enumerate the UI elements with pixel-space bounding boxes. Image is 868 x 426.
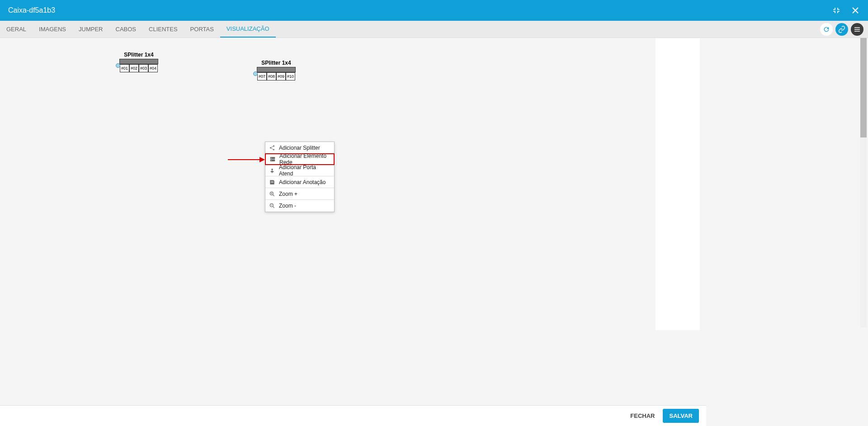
menu-label: Zoom - bbox=[279, 203, 296, 209]
splitter-ports: #07 #08 #09 #10 bbox=[257, 72, 295, 80]
svg-rect-3 bbox=[270, 157, 275, 159]
splitter-port[interactable]: #02 bbox=[129, 64, 139, 72]
splitter-port[interactable]: #03 bbox=[139, 64, 148, 72]
svg-rect-9 bbox=[271, 182, 274, 183]
svg-point-6 bbox=[271, 160, 271, 161]
tab-visualizacao[interactable]: VISUALIZAÇÃO bbox=[220, 21, 276, 38]
splitter-label: SPlitter 1x4 bbox=[261, 60, 291, 66]
tab-portas[interactable]: PORTAS bbox=[184, 21, 220, 38]
splitter-port[interactable]: #04 bbox=[148, 64, 158, 72]
menu-add-porta-atend[interactable]: Adicionar Porta Atend bbox=[265, 165, 334, 176]
splitter-label: SPlitter 1x4 bbox=[124, 52, 153, 58]
menu-label: Adicionar Porta Atend bbox=[279, 164, 330, 177]
menu-add-anotacao[interactable]: Adicionar Anotação bbox=[265, 176, 334, 188]
canvas-right-pad bbox=[656, 38, 700, 330]
visualization-canvas[interactable]: SPlitter 1x4 #01 #02 #03 #04 SPlitter 1x… bbox=[2, 38, 654, 330]
menu-label: Zoom + bbox=[279, 191, 297, 197]
zoom-out-icon bbox=[269, 203, 275, 209]
menu-zoom-out[interactable]: Zoom - bbox=[265, 200, 334, 212]
svg-point-5 bbox=[271, 158, 271, 158]
splitter-body bbox=[119, 59, 158, 64]
tabsbar: GERAL IMAGENS JUMPER CABOS CLIENTES PORT… bbox=[0, 21, 868, 38]
refresh-button[interactable] bbox=[820, 23, 833, 36]
context-menu: Adicionar Splitter Adicionar Elemento Re… bbox=[265, 142, 335, 212]
menu-button[interactable] bbox=[851, 23, 863, 36]
splitter-input-port[interactable] bbox=[253, 71, 258, 76]
tab-jumper[interactable]: JUMPER bbox=[72, 21, 109, 38]
zoom-in-icon bbox=[269, 191, 275, 197]
splitter-node[interactable]: SPlitter 1x4 #01 #02 #03 #04 bbox=[119, 52, 158, 72]
splitter-port[interactable]: #07 bbox=[257, 72, 267, 80]
splitter-body bbox=[257, 67, 296, 72]
splitter-port[interactable]: #09 bbox=[276, 72, 286, 80]
vertical-scrollbar[interactable] bbox=[860, 38, 867, 327]
menu-add-elemento-rede[interactable]: Adicionar Elemento Rede bbox=[265, 153, 335, 165]
tab-clientes[interactable]: CLIENTES bbox=[142, 21, 184, 38]
link-button[interactable] bbox=[835, 23, 848, 36]
tabs: GERAL IMAGENS JUMPER CABOS CLIENTES PORT… bbox=[0, 21, 276, 38]
splitter-ports: #01 #02 #03 #04 bbox=[120, 64, 158, 72]
vertical-scrollbar-thumb[interactable] bbox=[860, 38, 867, 137]
menu-label: Adicionar Elemento Rede bbox=[279, 153, 330, 166]
window-controls bbox=[832, 6, 860, 15]
tab-imagens[interactable]: IMAGENS bbox=[33, 21, 72, 38]
splitter-port[interactable]: #08 bbox=[267, 72, 276, 80]
splitter-input-port[interactable] bbox=[116, 63, 120, 68]
toolbar-right bbox=[820, 21, 865, 38]
tab-cabos[interactable]: CABOS bbox=[109, 21, 143, 38]
dns-icon bbox=[269, 156, 276, 162]
splitter-node[interactable]: SPlitter 1x4 #07 #08 #09 #10 bbox=[257, 60, 296, 80]
note-icon bbox=[269, 179, 275, 185]
menu-zoom-in[interactable]: Zoom + bbox=[265, 188, 334, 200]
splitter-port[interactable]: #01 bbox=[120, 64, 129, 72]
menu-label: Adicionar Splitter bbox=[279, 145, 320, 151]
menu-label: Adicionar Anotação bbox=[279, 179, 326, 185]
menu-add-splitter[interactable]: Adicionar Splitter bbox=[265, 142, 334, 154]
footer: FECHAR SALVAR bbox=[0, 405, 706, 426]
svg-point-7 bbox=[271, 168, 273, 170]
svg-rect-8 bbox=[271, 181, 274, 181]
collapse-icon[interactable] bbox=[832, 6, 841, 15]
close-icon[interactable] bbox=[851, 6, 860, 15]
splitter-port[interactable]: #10 bbox=[286, 72, 295, 80]
annotation-arrow bbox=[228, 159, 264, 160]
tab-geral[interactable]: GERAL bbox=[0, 21, 33, 38]
save-button[interactable]: SALVAR bbox=[663, 409, 699, 423]
share-icon bbox=[269, 145, 275, 151]
close-button[interactable]: FECHAR bbox=[630, 412, 655, 419]
person-pin-icon bbox=[269, 167, 275, 174]
window-title: Caixa-df5a1b3 bbox=[8, 6, 55, 14]
titlebar: Caixa-df5a1b3 bbox=[0, 0, 868, 21]
svg-rect-4 bbox=[270, 160, 275, 161]
